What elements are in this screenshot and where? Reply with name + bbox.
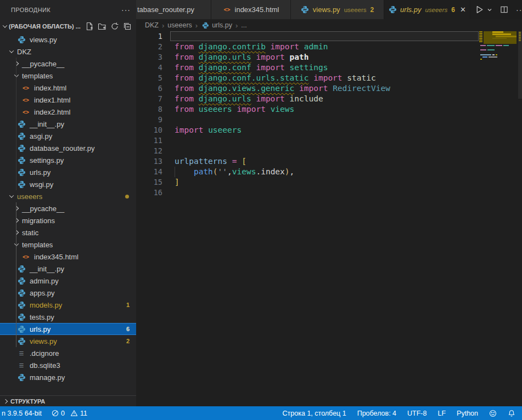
tree-item-tests.py[interactable]: tests.py	[0, 311, 136, 323]
outline-section-header[interactable]: СТРУКТУРА	[0, 395, 136, 406]
line-number: 8	[136, 104, 162, 115]
breadcrumb-item-...[interactable]: ...	[241, 21, 246, 29]
code-line-13[interactable]: 13urlpatterns = [	[136, 156, 522, 167]
code-editor[interactable]: 12from django.contrib import admin3from …	[136, 31, 522, 406]
breadcrumb-item-useeers[interactable]: useeers	[167, 21, 192, 29]
python-icon	[17, 373, 26, 382]
minimap-mark	[503, 45, 509, 46]
close-icon[interactable]: ✕	[460, 5, 466, 14]
new-file-button[interactable]	[85, 22, 94, 31]
minimap[interactable]	[479, 31, 518, 141]
tree-item-index1.html[interactable]: <>index1.html	[0, 94, 136, 106]
line-number: 7	[136, 94, 162, 104]
code-line-8[interactable]: 8from useeers import views	[136, 104, 522, 115]
tree-item-asgi.py[interactable]: asgi.py	[0, 130, 136, 142]
breadcrumb-item-urls.py[interactable]: urls.py	[201, 21, 232, 30]
html-icon: <>	[21, 95, 30, 104]
collapse-all-button[interactable]	[123, 22, 132, 31]
python-icon	[17, 276, 26, 285]
notifications-bell-icon[interactable]	[508, 410, 515, 417]
cursor-position-status[interactable]: Строка 1, столбец 1	[283, 410, 346, 417]
vertical-scrollbar[interactable]	[518, 31, 522, 99]
indentation-status[interactable]: Пробелов: 4	[357, 410, 396, 417]
problems-count-badge: 2	[126, 338, 130, 344]
tree-item-__init__.py[interactable]: __init__.py	[0, 263, 136, 275]
language-mode-status[interactable]: Python	[457, 410, 478, 417]
tree-item-index345.html[interactable]: <>index345.html	[0, 251, 136, 263]
code-line-15[interactable]: 15]	[136, 177, 522, 188]
tree-item-views.py[interactable]: views.py2	[0, 335, 136, 347]
code-line-12[interactable]: 12	[136, 146, 522, 156]
tree-item-database_roouter.py[interactable]: database_roouter.py	[0, 142, 136, 154]
minimap-mark	[479, 39, 482, 41]
encoding-status[interactable]: UTF-8	[407, 410, 426, 417]
code-lines: 12from django.contrib import admin3from …	[136, 31, 522, 198]
tree-item-migrations[interactable]: migrations	[0, 214, 136, 226]
python-interpreter-status[interactable]: n 3.9.5 64-bit	[2, 410, 42, 417]
code-text: from django.urls import include	[175, 94, 323, 103]
tab-index345.html[interactable]: <>index345.html	[211, 0, 291, 19]
editor-actions: ···	[470, 0, 522, 19]
tree-item-templates[interactable]: templates	[0, 70, 136, 82]
code-line-14[interactable]: 14 path('',views.index),	[136, 167, 522, 177]
tree-item-__init__.py[interactable]: __init__.py	[0, 118, 136, 130]
code-line-4[interactable]: 4from django.conf import settings	[136, 63, 522, 73]
tree-item-.dcignore[interactable]: ☰.dcignore	[0, 347, 136, 359]
code-text: path('',views.index),	[175, 167, 294, 176]
tree-item-wsgi.py[interactable]: wsgi.py	[0, 178, 136, 190]
tree-item-views.py[interactable]: views.py	[0, 33, 136, 46]
code-line-10[interactable]: 10import useeers	[136, 125, 522, 135]
tree-item-__pycache__[interactable]: __pycache__	[0, 202, 136, 214]
breadcrumb-separator-icon: ›	[235, 21, 238, 30]
warning-count: 11	[80, 410, 87, 417]
code-line-6[interactable]: 6from django.views.generic import Redire…	[136, 83, 522, 94]
explorer-more-actions-button[interactable]: ···	[121, 5, 131, 14]
tree-item-DKZ[interactable]: DKZ	[0, 46, 136, 58]
python-icon	[17, 144, 26, 152]
code-text: from useeers import views	[175, 105, 294, 113]
tree-item-urls.py[interactable]: urls.py	[0, 166, 136, 178]
tree-item-db.sqlite3[interactable]: ☰db.sqlite3	[0, 359, 136, 371]
tree-item-templates[interactable]: templates	[0, 239, 136, 251]
tab-tabase_roouter.py[interactable]: tabase_roouter.py	[136, 0, 211, 19]
tree-item-__pycache__[interactable]: __pycache__	[0, 58, 136, 70]
code-line-3[interactable]: 3from django.urls import path	[136, 52, 522, 63]
code-line-7[interactable]: 7from django.urls import include	[136, 94, 522, 104]
code-text: from django.conf.urls.static import stat…	[175, 73, 376, 82]
more-actions-button[interactable]: ···	[516, 5, 522, 14]
tree-item-apps.py[interactable]: apps.py	[0, 287, 136, 299]
run-button[interactable]	[475, 5, 492, 14]
tab-urls.py[interactable]: urls.pyuseeers6✕	[384, 0, 470, 19]
tree-item-settings.py[interactable]: settings.py	[0, 154, 136, 166]
breadcrumb-item-DKZ[interactable]: DKZ	[145, 21, 159, 29]
tree-item-index2.html[interactable]: <>index2.html	[0, 106, 136, 118]
split-editor-button[interactable]	[500, 5, 508, 14]
code-text: from django.contrib import admin	[175, 42, 328, 51]
tree-item-useeers[interactable]: useeers	[0, 190, 136, 202]
minimap-mark	[496, 45, 502, 46]
code-line-16[interactable]: 16	[136, 188, 522, 198]
workspace-section-header[interactable]: (РАБОЧАЯ ОБЛАСТЬ) ...	[0, 19, 136, 33]
tree-item-label: __pycache__	[22, 60, 64, 68]
code-line-2[interactable]: 2from django.contrib import admin	[136, 42, 522, 52]
eol-status[interactable]: LF	[437, 410, 446, 417]
code-line-9[interactable]: 9	[136, 115, 522, 125]
code-line-1[interactable]: 1	[136, 31, 522, 42]
new-folder-button[interactable]	[98, 22, 106, 31]
code-line-11[interactable]: 11	[136, 135, 522, 146]
tree-item-manage.py[interactable]: manage.py	[0, 371, 136, 383]
tree-item-static[interactable]: static	[0, 226, 136, 239]
tree-item-admin.py[interactable]: admin.py	[0, 275, 136, 287]
tree-item-index.html[interactable]: <>index.html	[0, 82, 136, 94]
tree-item-urls.py[interactable]: urls.py6	[0, 323, 136, 335]
tab-views.py[interactable]: views.pyuseeers2	[291, 0, 384, 19]
tree-item-label: db.sqlite3	[30, 361, 60, 370]
problems-status[interactable]: 0 11	[52, 410, 87, 417]
minimap-mark	[480, 45, 486, 46]
tree-item-label: database_roouter.py	[30, 144, 95, 152]
tree-item-models.py[interactable]: models.py1	[0, 299, 136, 311]
refresh-button[interactable]	[110, 22, 119, 31]
code-line-5[interactable]: 5from django.conf.urls.static import sta…	[136, 73, 522, 83]
minimap-mark	[479, 36, 482, 37]
feedback-icon[interactable]	[489, 410, 497, 417]
